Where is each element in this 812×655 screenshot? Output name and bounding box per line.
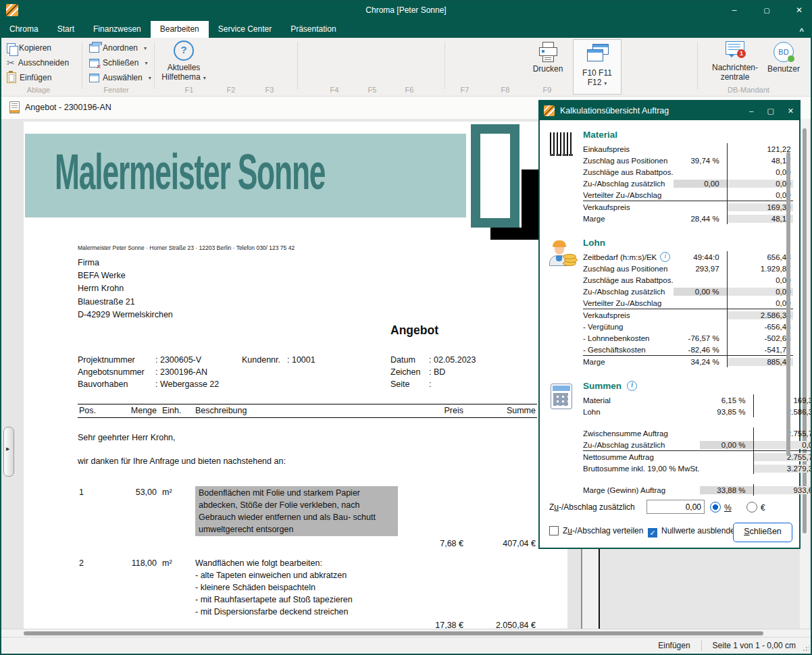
- kalk-row-percent: 93,85 %: [700, 408, 754, 416]
- group-label-fenster: Fenster: [103, 86, 128, 94]
- print-button[interactable]: Drucken: [529, 42, 567, 74]
- clipboard-icon: [7, 72, 16, 83]
- position-row[interactable]: 2118,00m²Wandflächen wie folgt bearbeite…: [78, 557, 537, 629]
- panel-scrollbar-thumb[interactable]: [786, 152, 790, 456]
- position-row[interactable]: 153,00m²Bodenflächen mit Folie und stark…: [78, 486, 537, 548]
- user-button[interactable]: BD Benutzer: [763, 42, 804, 74]
- panel-maximize-button[interactable]: ▢: [767, 107, 773, 115]
- kalkulation-titlebar: Kalkulationsübersicht Auftrag – ▢ ✕: [540, 101, 799, 120]
- tab-praesentation[interactable]: Präsentation: [281, 21, 345, 38]
- cut-button[interactable]: ✂ Ausschneiden: [7, 57, 69, 69]
- kalk-row-percent: 293,97: [674, 265, 728, 273]
- summen-section: Summen Material6,15 %169,39Lohn93,85 %2.…: [540, 381, 799, 496]
- status-bar: Einfügen Seite 1 von 1 - 0,00 cm: [0, 637, 812, 654]
- kalk-row-label: Marge (Gewinn) Auftrag: [583, 486, 700, 494]
- hscrollbar-thumb[interactable]: [24, 631, 763, 635]
- info-icon[interactable]: [627, 381, 637, 391]
- tab-start[interactable]: Start: [48, 21, 84, 38]
- close-windows-button[interactable]: Schließen: [89, 57, 147, 69]
- resize-grip[interactable]: [803, 645, 809, 652]
- f10-f11-f12-button[interactable]: F10 F11 F12: [573, 39, 621, 95]
- document-page[interactable]: Malermeister Sonne Malermeister Peter So…: [24, 122, 567, 629]
- kalk-row-value: -502,68: [728, 334, 793, 342]
- kalk-row: Lohn93,85 %2.586,35: [583, 406, 812, 417]
- kalk-row-percent[interactable]: 0,00 %: [674, 288, 728, 296]
- ribbon-collapse-icon[interactable]: ^: [800, 27, 804, 35]
- group-label-f5: F5: [368, 86, 377, 94]
- kalk-row-value: 0,00: [754, 441, 812, 449]
- tab-finanzwesen[interactable]: Finanzwesen: [84, 21, 151, 38]
- euro-radio[interactable]: €: [746, 502, 765, 513]
- group-label-f7: F7: [461, 86, 470, 94]
- kalkulation-panel: Kalkulationsübersicht Auftrag – ▢ ✕ Mate…: [538, 100, 801, 549]
- kalk-row-percent[interactable]: 0,00: [674, 180, 728, 188]
- kalk-row: Marge (Gewinn) Auftrag33,88 %933,64: [583, 484, 812, 496]
- group-label-ablage: Ablage: [27, 86, 50, 94]
- kalk-row-percent[interactable]: 33,88 %: [700, 486, 754, 494]
- kalk-row-value: 169,39: [754, 396, 812, 404]
- kalk-row-value: 933,64: [754, 486, 812, 494]
- kalk-row-label: Verteilter Zu-/Abschlag: [583, 299, 674, 307]
- close-button[interactable]: ✕: [792, 5, 807, 15]
- panel-minimize-button[interactable]: –: [749, 107, 753, 115]
- tab-chroma[interactable]: Chroma: [0, 21, 48, 38]
- zu-abschlag-input[interactable]: [646, 500, 705, 514]
- nullwerte-checkbox[interactable]: ✓Nullwerte ausblende: [648, 526, 735, 538]
- position-description[interactable]: Wandflächen wie folgt bearbeiten:- alte …: [195, 557, 395, 618]
- kalk-row: Zuschlag aus Positionen39,74 %48,17: [583, 155, 793, 166]
- close-window-icon: [89, 59, 99, 68]
- kalk-row-value: 3.279,33: [754, 465, 812, 473]
- document-meta: Projektnummer: 2300605-V Kundennr.: 1000…: [78, 355, 537, 392]
- user-avatar-icon: BD: [773, 42, 794, 62]
- checkbox-checked-icon: ✓: [648, 528, 657, 538]
- kalk-row-percent[interactable]: 0,00 %: [700, 441, 754, 449]
- kalk-row: Marge28,44 %48,17: [583, 213, 793, 224]
- maximize-button[interactable]: ▢: [759, 7, 774, 14]
- position-price: 7,68 €: [396, 539, 463, 548]
- kalk-row-label: Verkaufspreis: [583, 203, 674, 211]
- position-total: 407,04 €: [463, 539, 536, 548]
- worker-icon: [547, 240, 576, 267]
- tab-bearbeiten[interactable]: Bearbeiten: [151, 21, 209, 38]
- kalk-row-value: 0,00: [728, 299, 793, 307]
- message-center-button[interactable]: 1 Nachrichten- zentrale: [708, 41, 762, 82]
- sidebar-expander[interactable]: [3, 427, 14, 477]
- kalk-row-label: Zu-/Abschlag zusätzlich: [583, 288, 674, 296]
- logo-shadow-horizontal: [490, 228, 540, 240]
- select-window-button[interactable]: Auswählen: [89, 72, 151, 84]
- panel-close-button[interactable]: ✕: [788, 107, 794, 115]
- kalk-row-label: Nettosumme Auftrag: [583, 453, 700, 461]
- kalk-row-value: 48,17: [728, 157, 793, 165]
- minimize-button[interactable]: –: [727, 5, 742, 15]
- kalk-row: Zuschläge aus Rabattpos.0,00: [583, 274, 793, 286]
- kalk-row: Verkaufspreis169,39: [583, 201, 793, 213]
- company-logo: [471, 124, 519, 228]
- kalk-row: - Lohnnebenkosten-76,57 %-502,68: [583, 332, 793, 344]
- kalk-row: Verteilter Zu-/Abschlag0,00: [583, 189, 793, 201]
- material-header: Material: [583, 130, 793, 140]
- help-topic-button[interactable]: Aktuelles Hilfethema: [158, 41, 209, 82]
- kalk-row-value: -541,72: [728, 346, 793, 354]
- kalk-row-label: Zu-/Abschlag zusätzlich: [583, 180, 674, 188]
- material-section: Material Einkaufspreis121,22Zuschlag aus…: [540, 130, 799, 224]
- percent-radio[interactable]: %: [710, 502, 732, 513]
- info-icon[interactable]: [660, 252, 670, 262]
- kalk-row: Bruttosumme inkl. 19,00 % MwSt.3.279,33: [583, 463, 812, 474]
- tab-service-center[interactable]: Service Center: [209, 21, 281, 38]
- verteilen-checkbox[interactable]: Zu-/Abschlag verteilen: [549, 526, 643, 535]
- page-indicator: Seite 1 von 1 - 0,00 cm: [710, 641, 798, 650]
- insert-mode-indicator: Einfügen: [655, 641, 692, 650]
- kalk-row-value: 656,48: [728, 253, 793, 261]
- position-description[interactable]: Bodenflächen mit Folie und starkem Papie…: [195, 486, 398, 536]
- kalk-row-label: Verkaufspreis: [583, 311, 674, 319]
- close-panel-button[interactable]: Schließen: [733, 523, 792, 542]
- paste-button[interactable]: Einfügen: [7, 72, 51, 84]
- kalk-row-value: 1.929,87: [728, 265, 793, 273]
- copy-button[interactable]: Kopieren: [7, 42, 51, 54]
- kalk-row: Zu-/Abschlag zusätzlich0,000,00: [583, 178, 793, 189]
- arrange-button[interactable]: Anordnen: [89, 42, 147, 54]
- kalk-row: Verteilter Zu-/Abschlag0,00: [583, 297, 793, 309]
- kalk-row-value: 121,22: [728, 145, 793, 153]
- kalk-row-value: -656,48: [728, 323, 793, 331]
- kalk-row-value: 0,00: [728, 288, 793, 296]
